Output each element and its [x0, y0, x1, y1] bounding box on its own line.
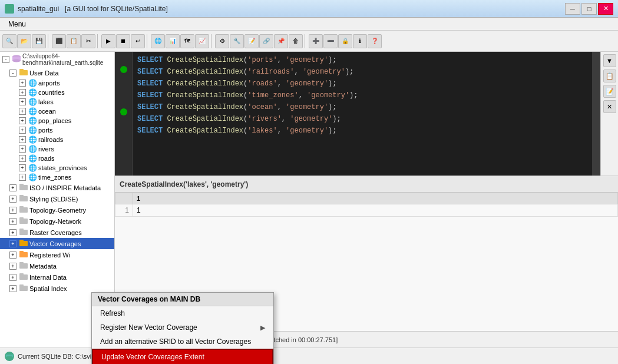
expand-airports[interactable]: + — [19, 80, 26, 87]
tree-node-states-provinces[interactable]: + 🌐 states_provinces — [0, 163, 114, 173]
row-num-1: 1 — [115, 204, 133, 217]
expand-ocean[interactable]: + — [19, 108, 26, 115]
expand-ports[interactable]: + — [19, 127, 26, 134]
tree-node-registered-wl[interactable]: + Registered Wi — [0, 249, 114, 260]
toolbar-icon-13[interactable]: 📈 — [195, 34, 209, 48]
ctx-item-add-srid[interactable]: Add an alternative SRID to all Vector Co… — [92, 335, 273, 349]
toolbar-icon-23[interactable]: ℹ — [353, 34, 367, 48]
tree-node-pop-places[interactable]: + 🌐 pop_places — [0, 116, 114, 125]
clear-icon[interactable]: ✕ — [603, 100, 616, 113]
sql-content[interactable]: SELECT CreateSpatialIndex('ports', 'geom… — [133, 52, 592, 176]
toolbar-icon-18[interactable]: 📌 — [274, 34, 288, 48]
toolbar-icon-1[interactable]: 🔍 — [2, 34, 16, 48]
expand-spatialidx[interactable]: + — [9, 285, 16, 292]
tree-node-time-zones[interactable]: + 🌐 time_zones — [0, 173, 114, 182]
table-row: 1 1 — [115, 204, 618, 217]
ctx-update-label: Update Vector Coverages Extent — [101, 353, 204, 361]
tree-node-topo-net[interactable]: + Topology-Network — [0, 216, 114, 227]
svg-rect-17 — [19, 252, 28, 257]
svg-rect-11 — [19, 219, 28, 224]
toolbar-icon-4[interactable]: ⬛ — [52, 34, 66, 48]
tree-node-ocean[interactable]: + 🌐 ocean — [0, 107, 114, 116]
toolbar-icon-7[interactable]: ▶ — [101, 34, 115, 48]
tree-node-airports[interactable]: + 🌐 airports — [0, 78, 114, 88]
expand-states[interactable]: + — [19, 164, 26, 171]
expand-railroads[interactable]: + — [19, 136, 26, 143]
toolbar-icon-21[interactable]: ➖ — [323, 34, 338, 48]
tree-node-vector-coverages[interactable]: + Vector Coverages — [0, 238, 114, 249]
tree-node-metadata[interactable]: + Metadata — [0, 260, 114, 272]
main-area: - C:\sviluppo64-benchmark\natural_earth.… — [0, 52, 618, 348]
expand-styling[interactable]: + — [9, 196, 16, 203]
toolbar-icon-5[interactable]: 📋 — [67, 34, 81, 48]
toolbar-icon-17[interactable]: 🔗 — [259, 34, 273, 48]
globe-icon-roads: 🌐 — [28, 154, 37, 163]
toolbar-icon-20[interactable]: ➕ — [309, 34, 323, 48]
title-bar: spatialite_gui [a GUI tool for SQLite/Sp… — [0, 0, 618, 18]
tree-node-iso-metadata[interactable]: + ISO / INSPIRE Metadata — [0, 182, 114, 193]
toolbar-icon-22[interactable]: 🔒 — [338, 34, 352, 48]
minimize-button[interactable]: ─ — [565, 3, 580, 15]
toolbar-sep-1 — [48, 34, 50, 48]
tree-node-railroads[interactable]: + 🌐 railroads — [0, 135, 114, 144]
tree-node-ports[interactable]: + 🌐 ports — [0, 125, 114, 135]
toolbar-icon-9[interactable]: ↩ — [131, 34, 145, 48]
svg-rect-9 — [19, 207, 28, 213]
toolbar-icon-8[interactable]: ⏹ — [116, 34, 130, 48]
sql-scrollbar[interactable] — [592, 52, 600, 176]
toolbar-icon-14[interactable]: ⚙ — [215, 34, 229, 48]
tree-node-internal-data[interactable]: + Internal Data — [0, 272, 114, 283]
expand-topogeo[interactable]: + — [9, 207, 16, 214]
tree-node-raster[interactable]: + Raster Coverages — [0, 227, 114, 238]
svg-rect-18 — [19, 251, 24, 253]
expand-lakes[interactable]: + — [19, 98, 26, 105]
copy-icon[interactable]: 📋 — [603, 70, 616, 82]
expand-internal[interactable]: + — [9, 274, 16, 281]
tree-node-styling[interactable]: + Styling (SLD/SE) — [0, 193, 114, 204]
toolbar-icon-24[interactable]: ❓ — [368, 34, 382, 48]
tree-node-topo-geo[interactable]: + Topology-Geometry — [0, 204, 114, 216]
ctx-srid-label: Add an alternative SRID to all Vector Co… — [100, 337, 251, 346]
expand-rivers[interactable]: + — [19, 145, 26, 153]
toolbar-icon-15[interactable]: 🔧 — [230, 34, 244, 48]
expand-countries[interactable]: + — [19, 89, 26, 96]
expand-metadata[interactable]: + — [9, 263, 16, 270]
expand-roads[interactable]: + — [19, 155, 26, 162]
tree-node-lakes[interactable]: + 🌐 lakes — [0, 97, 114, 107]
ctx-item-register[interactable]: Register New Vector Coverage ▶ — [92, 320, 273, 335]
maximize-button[interactable]: □ — [581, 3, 597, 15]
expand-timezones[interactable]: + — [19, 174, 26, 181]
toolbar-icon-10[interactable]: 🌐 — [151, 34, 165, 48]
tree-node-rivers[interactable]: + 🌐 rivers — [0, 144, 114, 154]
svg-rect-4 — [19, 69, 24, 71]
expand-raster[interactable]: + — [9, 229, 16, 236]
menu-item-menu[interactable]: Menu — [4, 19, 31, 29]
expand-vectorcov[interactable]: + — [9, 240, 16, 247]
toolbar-icon-16[interactable]: 📝 — [244, 34, 259, 48]
expand-regwl[interactable]: + — [9, 252, 16, 259]
ctx-item-update-extent[interactable]: Update Vector Coverages Extent — [92, 349, 273, 364]
expand-pop-places[interactable]: + — [19, 117, 26, 124]
toolbar-sep-3 — [147, 34, 149, 48]
tree-node-roads[interactable]: + 🌐 roads — [0, 154, 114, 163]
tree-node-countries[interactable]: + 🌐 countries — [0, 88, 114, 97]
toolbar-icon-12[interactable]: 🗺 — [180, 34, 194, 48]
expand-userdata[interactable]: - — [9, 70, 16, 77]
paste-icon[interactable]: 📝 — [603, 85, 616, 98]
folder-icon-toponet — [19, 216, 28, 226]
toolbar-icon-3[interactable]: 💾 — [32, 34, 46, 48]
toolbar-icon-19[interactable]: 🗑 — [289, 34, 303, 48]
filter-icon[interactable]: ▼ — [603, 54, 616, 67]
expand-root[interactable]: - — [2, 56, 9, 63]
countries-label: countries — [38, 89, 65, 96]
toolbar-icon-11[interactable]: 📊 — [166, 34, 180, 48]
expand-iso[interactable]: + — [9, 184, 16, 191]
window-controls: ─ □ ✕ — [565, 3, 613, 15]
tree-node-userdata[interactable]: - User Data — [0, 67, 114, 78]
toolbar-icon-6[interactable]: ✂ — [81, 34, 95, 48]
ctx-item-refresh[interactable]: Refresh — [92, 306, 273, 320]
expand-toponet[interactable]: + — [9, 218, 16, 225]
toolbar-icon-2[interactable]: 📂 — [17, 34, 31, 48]
close-button[interactable]: ✕ — [598, 3, 613, 15]
svg-rect-8 — [19, 195, 24, 197]
